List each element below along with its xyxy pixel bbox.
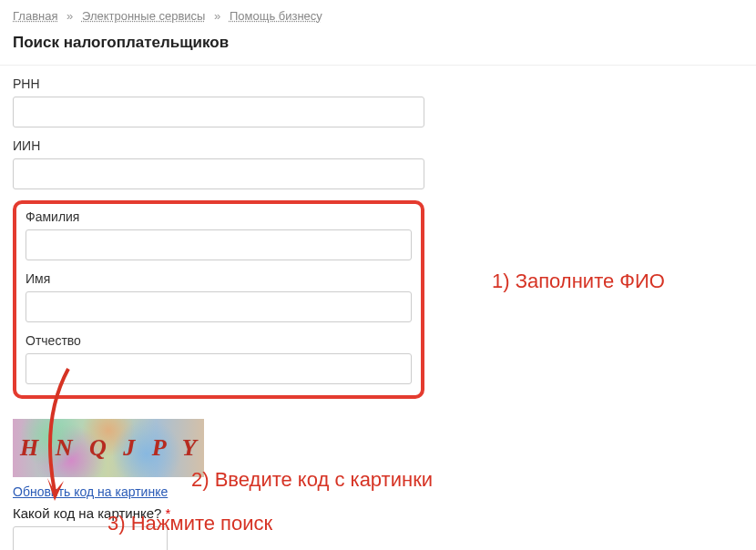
rnn-label: РНН bbox=[13, 76, 424, 91]
captcha-text: H N Q J P Y bbox=[20, 434, 202, 462]
rnn-input[interactable] bbox=[13, 97, 424, 127]
captcha-image: H N Q J P Y bbox=[13, 419, 204, 477]
breadcrumb-business[interactable]: Помощь бизнесу bbox=[230, 9, 322, 23]
annotation-step-1: 1) Заполните ФИО bbox=[492, 270, 665, 293]
page-title: Поиск налогоплательщиков bbox=[0, 28, 756, 66]
annotation-step-2: 2) Введите код с картинки bbox=[191, 468, 433, 492]
annotation-step-3: 3) Нажмите поиск bbox=[107, 512, 272, 535]
patronymic-input[interactable] bbox=[26, 353, 412, 384]
surname-input[interactable] bbox=[26, 229, 412, 260]
iin-label: ИИН bbox=[13, 138, 424, 153]
name-input[interactable] bbox=[26, 291, 412, 322]
iin-input[interactable] bbox=[13, 158, 424, 189]
surname-label: Фамилия bbox=[26, 209, 412, 224]
breadcrumb-sep: » bbox=[214, 9, 220, 23]
breadcrumb-sep: » bbox=[66, 9, 73, 23]
breadcrumb-services[interactable]: Электронные сервисы bbox=[82, 9, 206, 23]
breadcrumb: Главная » Электронные сервисы » Помощь б… bbox=[0, 0, 756, 28]
breadcrumb-home[interactable]: Главная bbox=[13, 9, 57, 23]
patronymic-label: Отчество bbox=[26, 333, 412, 348]
captcha-refresh-link[interactable]: Обновить код на картинке bbox=[13, 484, 168, 499]
fio-highlight-box: Фамилия Имя Отчество bbox=[13, 200, 424, 399]
name-label: Имя bbox=[26, 271, 412, 286]
